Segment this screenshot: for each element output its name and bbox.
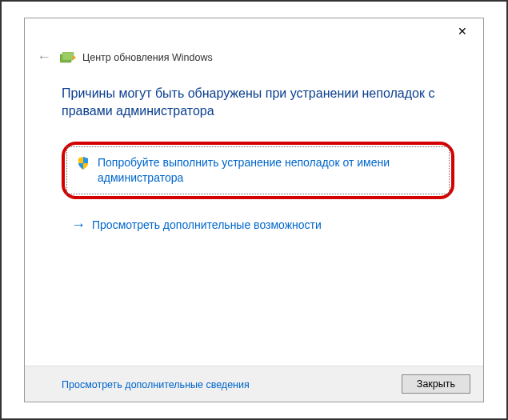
back-button[interactable]: ← xyxy=(36,49,52,66)
windows-update-icon xyxy=(60,52,74,63)
heading-text: Причины могут быть обнаружены при устран… xyxy=(62,85,454,119)
run-as-admin-label: Попробуйте выполнить устранение неполадо… xyxy=(98,155,439,186)
back-arrow-icon: ← xyxy=(37,49,51,65)
dialog-content: Причины могут быть обнаружены при устран… xyxy=(25,74,483,366)
highlight-annotation: Попробуйте выполнить устранение неполадо… xyxy=(62,142,454,199)
window-close-button[interactable]: ✕ xyxy=(446,20,478,42)
troubleshooter-dialog: ✕ ← Центр обновления Windows Причины мог… xyxy=(24,18,484,402)
dialog-footer: Просмотреть дополнительные сведения Закр… xyxy=(25,366,483,402)
close-icon: ✕ xyxy=(458,25,467,38)
view-details-link[interactable]: Просмотреть дополнительные сведения xyxy=(62,379,250,390)
svg-rect-1 xyxy=(62,52,74,60)
advanced-options-option[interactable]: → Просмотреть дополнительные возможности xyxy=(62,214,454,237)
shield-icon xyxy=(77,157,90,173)
advanced-options-label: Просмотреть дополнительные возможности xyxy=(92,218,322,231)
dialog-title: Центр обновления Windows xyxy=(82,52,213,63)
arrow-right-icon: → xyxy=(71,217,84,234)
dialog-header: ← Центр обновления Windows xyxy=(25,44,483,74)
titlebar: ✕ xyxy=(25,18,483,44)
run-as-admin-option[interactable]: Попробуйте выполнить устранение неполадо… xyxy=(66,146,450,194)
close-button[interactable]: Закрыть xyxy=(402,374,470,394)
